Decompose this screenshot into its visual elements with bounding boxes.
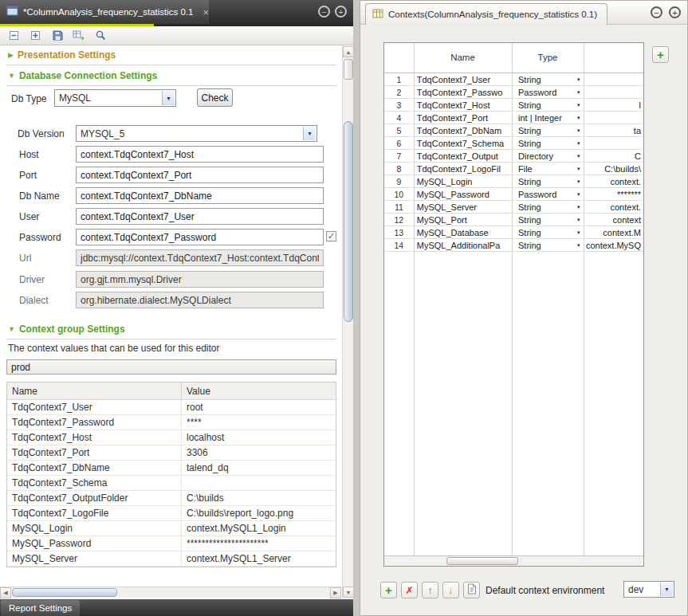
context-name-cell[interactable]: MySQL_Database (414, 228, 511, 237)
table-row[interactable]: TdqContext7_OutputFolderC:\builds (7, 491, 336, 506)
chevron-down-icon[interactable]: ▾ (577, 115, 580, 121)
context-value-cell[interactable]: context. (582, 177, 643, 186)
horizontal-scrollbar[interactable]: ◀ ▶ (0, 587, 341, 598)
name-column-header[interactable]: Name (414, 53, 512, 62)
chevron-down-icon[interactable]: ▾ (577, 153, 580, 159)
context-row[interactable]: 4TdqContext7_Portint | Integer▾ (384, 112, 643, 124)
context-value-cell[interactable]: C:\builds\ (582, 164, 643, 174)
close-icon[interactable]: × (203, 6, 210, 18)
section-context-group-settings[interactable]: ▼Context group Settings (8, 324, 125, 335)
table-row[interactable]: TdqContext7_LogoFileC:\builds\report_log… (7, 506, 336, 521)
chevron-down-icon[interactable]: ▾ (577, 191, 580, 198)
context-type-cell[interactable]: String▾ (511, 177, 582, 186)
table-row[interactable]: TdqContext7_DbNametalend_dq (7, 461, 336, 476)
chevron-down-icon[interactable]: ▾ (577, 204, 580, 210)
add-variable-button[interactable]: + (380, 582, 397, 598)
context-row[interactable]: 10MySQL_PasswordPassword▾******* (384, 188, 643, 201)
context-value-cell[interactable]: l (582, 100, 643, 110)
scroll-down-icon[interactable]: ▼ (343, 587, 354, 598)
check-button[interactable]: Check (197, 88, 233, 107)
context-row[interactable]: 7TdqContext7_OutputDirectory▾C (384, 150, 643, 163)
move-up-button[interactable]: ↑ (422, 582, 438, 598)
table-row[interactable]: TdqContext7_Hostlocalhost (7, 430, 336, 445)
context-row[interactable]: 8TdqContext7_LogoFilFile▾C:\builds\ (384, 163, 643, 175)
table-row[interactable]: TdqContext7_Schema (7, 476, 336, 491)
maximize-icon[interactable]: + (335, 6, 347, 18)
context-name-cell[interactable]: MySQL_Server (414, 202, 511, 212)
context-type-cell[interactable]: Password▾ (511, 190, 582, 199)
context-row[interactable]: 1TdqContext7_UserString▾ (384, 73, 643, 86)
context-value-cell[interactable]: ******* (582, 190, 643, 199)
context-value-cell[interactable]: context. (582, 202, 643, 212)
context-type-cell[interactable]: int | Integer▾ (511, 113, 582, 123)
section-database-connection-settings[interactable]: ▼Database Connection Settings (8, 70, 157, 81)
chevron-down-icon[interactable]: ▾ (577, 140, 580, 147)
db-type-combo[interactable]: MySQL ▼ (54, 89, 176, 107)
chevron-down-icon[interactable]: ▾ (577, 166, 580, 172)
minimize-icon[interactable]: − (318, 6, 330, 18)
tab-report-settings[interactable]: Report Settings (1, 600, 80, 616)
context-type-cell[interactable]: String▾ (511, 228, 582, 237)
minimize-icon[interactable]: − (651, 6, 662, 18)
context-name-cell[interactable]: TdqContext7_Passwo (414, 88, 511, 97)
table-row[interactable]: TdqContext7_Port3306 (7, 445, 336, 461)
type-column-header[interactable]: Type (512, 53, 584, 62)
chevron-down-icon[interactable]: ▼ (303, 127, 316, 140)
context-value-cell[interactable]: context.MySQ (582, 241, 643, 250)
remove-variable-button[interactable]: ✗ (401, 582, 418, 598)
report-icon[interactable] (72, 29, 86, 43)
context-name-cell[interactable]: MySQL_Login (414, 177, 511, 186)
chevron-down-icon[interactable]: ▾ (577, 89, 580, 96)
chevron-down-icon[interactable]: ▾ (577, 217, 580, 223)
context-type-cell[interactable]: String▾ (511, 126, 582, 135)
context-type-cell[interactable]: String▾ (511, 215, 582, 225)
search-icon[interactable] (93, 29, 108, 43)
context-row[interactable]: 3TdqContext7_HostString▾l (384, 99, 643, 112)
move-down-button[interactable]: ↓ (442, 582, 459, 598)
scroll-left-icon[interactable]: ◀ (0, 587, 11, 598)
context-type-cell[interactable]: String▾ (511, 139, 582, 148)
context-type-cell[interactable]: String▾ (511, 241, 582, 250)
context-environment-field[interactable]: prod (6, 359, 336, 375)
context-name-cell[interactable]: TdqContext7_Output (414, 151, 511, 161)
context-row[interactable]: 6TdqContext7_SchemaString▾ (384, 137, 643, 150)
scroll-up-icon[interactable]: ▲ (343, 46, 354, 57)
scrollbar-thumb[interactable] (446, 557, 518, 565)
environment-combo[interactable]: dev ▼ (623, 581, 674, 598)
context-row[interactable]: 2TdqContext7_PasswoPassword▾ (384, 86, 643, 99)
table-horizontal-scrollbar[interactable] (384, 555, 643, 566)
user-input[interactable] (76, 208, 324, 225)
context-row[interactable]: 13MySQL_DatabaseString▾context.M (384, 226, 643, 239)
chevron-down-icon[interactable]: ▾ (577, 242, 580, 249)
context-row[interactable]: 14MySQL_AdditionalPaString▾context.MySQ (384, 239, 643, 252)
value-column-header[interactable]: Value (182, 383, 336, 399)
context-name-cell[interactable]: MySQL_AdditionalPa (414, 241, 511, 250)
inner-scrollbar-thumb[interactable] (344, 121, 353, 322)
context-value-cell[interactable]: context (582, 215, 643, 225)
password-mask-checkbox[interactable]: ✓ (326, 231, 336, 241)
context-name-cell[interactable]: MySQL_Password (414, 190, 511, 199)
context-row[interactable]: 9MySQL_LoginString▾context. (384, 175, 643, 188)
password-input[interactable] (76, 229, 324, 245)
db-name-input[interactable] (76, 187, 324, 204)
context-name-cell[interactable]: TdqContext7_Port (414, 113, 511, 123)
collapse-all-icon[interactable] (7, 29, 22, 43)
scrollbar-thumb[interactable] (344, 59, 353, 80)
table-row[interactable]: MySQL_Servercontext.MySQL1_Server (7, 551, 336, 567)
context-value-cell[interactable]: C (582, 151, 643, 161)
name-column-header[interactable]: Name (7, 383, 182, 399)
table-row[interactable]: TdqContext7_Password**** (7, 415, 336, 430)
scrollbar-thumb[interactable] (12, 588, 117, 597)
contexts-tab[interactable]: Contexts(ColumnAnalysis_frequency_statis… (365, 3, 607, 25)
context-type-cell[interactable]: String▾ (511, 75, 582, 84)
editor-tab[interactable]: *ColumnAnalysis_frequency_statistics 0.1… (0, 0, 209, 24)
scroll-right-icon[interactable]: ▶ (330, 587, 341, 598)
context-type-cell[interactable]: Directory▾ (511, 151, 582, 161)
context-name-cell[interactable]: TdqContext7_Schema (414, 139, 511, 148)
context-name-cell[interactable]: TdqContext7_User (414, 75, 511, 84)
section-presentation-settings[interactable]: ▶Presentation Settings (8, 49, 116, 61)
table-row[interactable]: TdqContext7_Userroot (7, 400, 336, 415)
maximize-icon[interactable]: + (669, 6, 681, 18)
save-icon[interactable] (50, 29, 65, 43)
expand-all-icon[interactable] (29, 29, 43, 43)
